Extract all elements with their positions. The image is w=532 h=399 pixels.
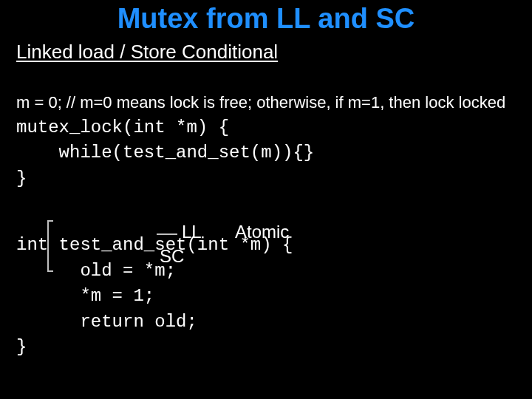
sc-label: SC	[160, 246, 184, 267]
code-line-8: return old;	[16, 312, 197, 332]
connector-line-ll	[157, 233, 177, 235]
code-line-2: mutex_lock(int *m) {	[16, 117, 229, 137]
blank-line	[16, 191, 516, 208]
slide-subtitle: Linked load / Store Conditional	[0, 39, 532, 65]
code-line-4: }	[16, 168, 27, 188]
slide-title: Mutex from LL and SC	[0, 0, 532, 39]
code-line-9: }	[16, 337, 27, 357]
slide: Mutex from LL and SC Linked load / Store…	[0, 0, 532, 399]
atomic-label: Atomic	[235, 222, 289, 242]
bracket-icon	[47, 220, 53, 272]
code-line-3: while(test_and_set(m)){}	[16, 143, 314, 163]
code-line-6: old = *m;	[16, 261, 176, 281]
ll-label: LL	[182, 222, 202, 242]
code-line-1: m = 0; // m=0 means lock is free; otherw…	[16, 93, 505, 112]
code-line-7: *m = 1;	[16, 286, 154, 306]
